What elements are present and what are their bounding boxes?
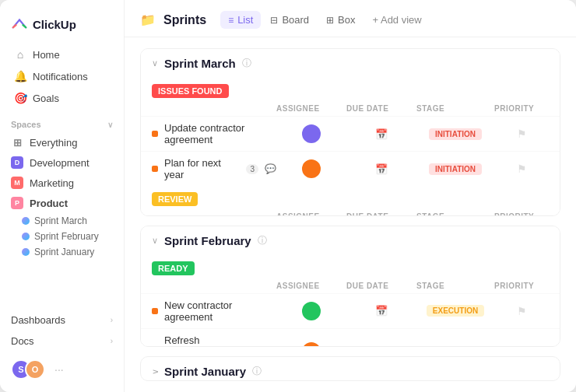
- dashboards-label: Dashboards: [11, 314, 65, 326]
- stage-badge-t2: INITIATION: [429, 163, 482, 175]
- sprint-march-info: ⓘ: [242, 57, 251, 70]
- sidebar-label-marketing: Marketing: [30, 177, 74, 189]
- spaces-section-header: Spaces ∨: [0, 112, 124, 132]
- sprint-march-body: ISSUES FOUND ASSIGNEE DUE DATE STAGE PRI…: [141, 78, 560, 216]
- col-assignee-3: ASSIGNEE: [276, 282, 346, 290]
- sprint-march-section: ∨ Sprint March ⓘ ISSUES FOUND ASSIGNEE D…: [140, 48, 560, 216]
- task-row-t2: Plan for next year 3 💬 📅 INITIATION: [141, 151, 560, 186]
- sidebar-item-product[interactable]: P Product: [0, 193, 124, 213]
- sidebar-label-goals: Goals: [33, 93, 59, 104]
- tab-list[interactable]: ≡ List: [220, 11, 261, 29]
- app-logo: ClickUp: [0, 9, 124, 44]
- col-stage-2: STAGE: [416, 212, 494, 216]
- col-duedate-3: DUE DATE: [346, 282, 416, 290]
- sprints-folder-icon: 📁: [140, 12, 156, 27]
- sidebar-item-home[interactable]: ⌂ Home: [3, 44, 121, 65]
- task-name-t4: New contractor agreement: [152, 299, 276, 323]
- sidebar-label-development: Development: [30, 157, 90, 169]
- sidebar-sprint-february[interactable]: Sprint February: [22, 229, 124, 244]
- sprint-march-title: Sprint March: [164, 57, 236, 70]
- edit-icon-t5: ✏️: [265, 347, 276, 348]
- priority-flag-t5: ⚑: [517, 345, 527, 347]
- task-priority-t2[interactable]: ⚑: [494, 163, 549, 175]
- calendar-icon-t5: 📅: [375, 346, 388, 348]
- task-count-t2: 3: [246, 164, 258, 174]
- status-badge-issues: ISSUES FOUND: [152, 84, 229, 98]
- sprint-march-header[interactable]: ∨ Sprint March ⓘ: [141, 49, 560, 78]
- sidebar-label-home: Home: [33, 49, 60, 61]
- sprint-february-section: ∨ Sprint February ⓘ READY ASSIGNEE DUE D…: [140, 226, 560, 348]
- sprint-february-body: READY ASSIGNEE DUE DATE STAGE PRIORITY N…: [141, 255, 560, 348]
- sprint-february-info: ⓘ: [258, 234, 267, 247]
- sprint-dot-january: [22, 248, 30, 256]
- sidebar-item-docs[interactable]: Docs ›: [0, 331, 124, 352]
- sidebar-item-notifications[interactable]: 🔔 Notifications: [3, 65, 121, 87]
- task-row-t4: New contractor agreement 📅 EXECUTION ⚑: [141, 293, 560, 328]
- task-bullet-t2: [152, 166, 158, 172]
- sidebar-sprint-march[interactable]: Sprint March: [22, 213, 124, 229]
- calendar-icon-t2: 📅: [375, 163, 388, 175]
- board-icon: ⊟: [270, 15, 278, 26]
- col-priority-3: PRIORITY: [494, 282, 549, 290]
- sprint-february-header[interactable]: ∨ Sprint February ⓘ: [141, 226, 560, 255]
- task-stage-t2: INITIATION: [416, 163, 494, 175]
- task-priority-t1[interactable]: ⚑: [494, 128, 549, 140]
- sprint-january-header[interactable]: ∨ Sprint January ⓘ: [141, 357, 560, 381]
- task-bullet-t4: [152, 308, 158, 314]
- logo-text: ClickUp: [33, 18, 76, 31]
- sprint-february-chevron: ∨: [152, 236, 158, 246]
- dashboards-chevron: ›: [111, 316, 113, 324]
- task-duedate-t5: 📅: [346, 346, 416, 348]
- sidebar-sprint-march-label: Sprint March: [34, 215, 87, 226]
- tab-box[interactable]: ⊞ Box: [318, 11, 363, 29]
- col-headers-issues: ASSIGNEE DUE DATE STAGE PRIORITY: [141, 101, 560, 116]
- calendar-icon-t1: 📅: [375, 128, 388, 140]
- task-duedate-t2: 📅: [346, 163, 416, 175]
- task-bullet-t1: [152, 131, 158, 137]
- task-name-t2: Plan for next year 3 💬: [152, 157, 276, 180]
- avatar-t1: [302, 124, 321, 143]
- priority-flag-t4: ⚑: [517, 305, 527, 317]
- task-assignee-t1: [276, 124, 346, 143]
- docs-chevron: ›: [111, 337, 113, 345]
- sidebar-item-everything[interactable]: Everything: [0, 132, 124, 152]
- sidebar-item-goals[interactable]: 🎯 Goals: [3, 87, 121, 109]
- bell-icon: 🔔: [14, 70, 26, 82]
- box-icon: ⊞: [326, 15, 334, 26]
- mkt-icon: M: [11, 177, 23, 189]
- status-badge-ready: READY: [152, 261, 195, 275]
- prod-icon: P: [11, 197, 23, 209]
- task-assignee-t2: [276, 159, 346, 178]
- sidebar-sprint-january[interactable]: Sprint January: [22, 244, 124, 260]
- col-duedate-1: DUE DATE: [346, 104, 416, 113]
- avatar-t2: [302, 159, 321, 178]
- task-stage-t5: EXECUTION: [416, 346, 494, 348]
- task-priority-t4[interactable]: ⚑: [494, 305, 549, 317]
- sidebar-item-dashboards[interactable]: Dashboards ›: [0, 310, 124, 331]
- sidebar-item-development[interactable]: D Development: [0, 152, 124, 173]
- task-assignee-t4: [276, 302, 346, 320]
- calendar-icon-t4: 📅: [375, 305, 388, 317]
- sprint-january-title: Sprint January: [164, 365, 246, 378]
- task-priority-t5[interactable]: ⚑: [494, 345, 549, 347]
- priority-flag-t2: ⚑: [517, 163, 527, 175]
- task-comment-icon-t2: 💬: [265, 163, 276, 174]
- sidebar-label-product: Product: [30, 198, 68, 209]
- sidebar-item-marketing[interactable]: M Marketing: [0, 173, 124, 193]
- sprint-february-title: Sprint February: [164, 234, 251, 247]
- dev-icon: D: [11, 156, 23, 169]
- sidebar-label-everything: Everything: [30, 137, 77, 149]
- col-headers-ready: ASSIGNEE DUE DATE STAGE PRIORITY: [141, 278, 560, 293]
- stage-badge-t1: INITIATION: [429, 128, 482, 140]
- col-assignee-1: ASSIGNEE: [276, 104, 346, 113]
- main-header: 📁 Sprints ≡ List ⊟ Board ⊞ Box + Add vie…: [125, 0, 576, 37]
- sidebar-sprint-january-label: Sprint January: [34, 247, 94, 257]
- user-profile[interactable]: S O ···: [0, 352, 124, 383]
- tab-board[interactable]: ⊟ Board: [262, 11, 317, 29]
- page-title: Sprints: [163, 13, 206, 27]
- add-view-button[interactable]: + Add view: [364, 11, 429, 29]
- col-stage-3: STAGE: [416, 282, 494, 290]
- status-badge-review: REVIEW: [152, 192, 198, 206]
- tab-box-label: Box: [338, 14, 355, 26]
- task-duedate-t4: 📅: [346, 305, 416, 317]
